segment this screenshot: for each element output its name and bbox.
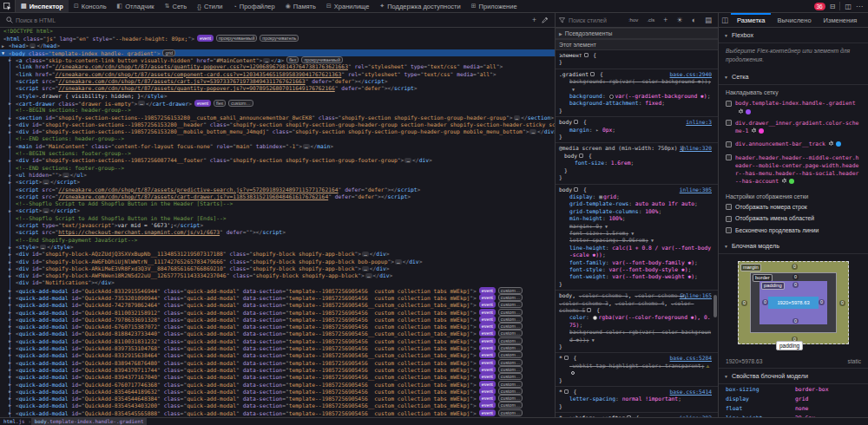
dark-scheme-icon[interactable]: ◐ [689, 16, 699, 24]
toolbox-tab-Отладчик[interactable]: ◧Отладчик [112, 0, 160, 12]
toolbox-tab-Инспектор[interactable]: ▤Инспектор [16, 0, 69, 12]
expand-arrow-icon[interactable]: ▼ [2, 49, 4, 56]
stylesheet-source-link[interactable]: base.css:5284 [670, 355, 712, 361]
property-value[interactable]: 1.6rem [611, 160, 631, 166]
markup-row[interactable]: ▶<quick-add-modal id="QuickAdd-838947687… [0, 359, 555, 366]
node-badge[interactable]: flex [286, 56, 299, 63]
markup-row[interactable]: <div id="Notifications"></div> [0, 279, 555, 286]
property-value[interactable]: normal !important [622, 396, 678, 402]
markup-row[interactable]: <!--Shopflo Script to Add Shopflo Button… [0, 215, 555, 222]
rule-selector[interactable]: body { [559, 153, 713, 160]
event-badge[interactable]: event [479, 388, 496, 395]
css-declaration[interactable]: font-size: 1.5rem;▼ [559, 230, 713, 237]
color-swatch[interactable] [593, 316, 597, 320]
markup-row[interactable]: ▶<cart-drawer class="drawer is-empty">…<… [0, 100, 555, 107]
node-badge[interactable]: custom… [498, 388, 523, 395]
collapsed-ellipsis[interactable]: … [514, 115, 521, 121]
grid-color-dot[interactable] [746, 109, 751, 114]
toolbox-tab-Консоль[interactable]: ⊡Консоль [69, 0, 112, 12]
event-badge[interactable]: event [479, 373, 496, 380]
event-badge[interactable]: event [479, 395, 496, 402]
markup-row[interactable]: <!--END sections: header-group--> [0, 135, 555, 142]
grid-color-dot[interactable] [759, 128, 764, 134]
grid-setting-item[interactable]: Отображать номера строк [719, 201, 868, 213]
css-rule[interactable]: @media screen and (min-width: 750px) {bo… [556, 143, 718, 184]
event-badge[interactable]: event [479, 409, 496, 416]
markup-row[interactable]: <!--BEGIN sections: footer-group--> [0, 150, 555, 157]
meatball-menu-icon[interactable]: ⋯ [856, 3, 863, 10]
css-declaration[interactable]: line-height: calc(1 + 0.8 / var(--font-b… [559, 245, 713, 259]
markup-row[interactable]: ▼<body class="template-index handle- gra… [0, 49, 555, 56]
error-count-badge[interactable]: 36 [814, 3, 825, 10]
markup-row[interactable]: ▶<head>…</head> [0, 42, 555, 49]
toolbox-tab-Профайлер[interactable]: ◔Профайлер [228, 0, 280, 12]
node-badge[interactable]: custom… [498, 373, 523, 380]
event-badge[interactable]: event [194, 100, 211, 107]
property-name[interactable]: font-family [569, 259, 606, 265]
markup-row[interactable]: ▶<quick-add-modal id="QuickAdd-676071538… [0, 323, 555, 330]
property-name[interactable]: letter-spacing [569, 396, 615, 402]
css-declaration[interactable]: font-style: var(--font-body-style ✱); [559, 266, 713, 273]
grid-highlighter-icon[interactable]: ▦ [599, 193, 602, 199]
markup-row[interactable]: <script src="https://checkout-merchant.s… [0, 229, 555, 236]
stylesheet-source-link[interactable]: inline:165 [680, 292, 712, 298]
node-badge[interactable]: custom… [498, 359, 523, 366]
grid-setting-checkbox[interactable] [726, 204, 732, 210]
grid-setting-item[interactable]: Отображать имена областей [719, 212, 868, 225]
css-declaration[interactable]: display: ▦grid; [559, 193, 713, 200]
property-value[interactable]: 0px [602, 127, 612, 133]
box-model-padding-region[interactable]: padding 0 0 0 0 1920×5978.63 [760, 281, 827, 324]
margin-right-value[interactable]: 0 [839, 300, 845, 306]
event-badge[interactable]: event [479, 351, 496, 358]
event-badge[interactable]: event [479, 323, 496, 330]
css-declaration[interactable]: margin: 0;▼ [559, 223, 713, 230]
highlight-selector-icon[interactable] [587, 308, 591, 312]
css-declaration[interactable]: letter-spacing: normal !important; [559, 396, 713, 402]
markup-row[interactable]: <style>.drawer { visibility: hidden; }</… [0, 93, 555, 100]
padding-bottom-value[interactable]: 0 [792, 318, 799, 324]
gear-icon[interactable] [828, 141, 834, 147]
toolbox-tab-Память[interactable]: ◉Память [280, 0, 321, 12]
add-rule-button[interactable]: + [661, 16, 670, 24]
markup-row[interactable]: ▶<quick-add-modal id="QuickAdd-797863369… [0, 316, 555, 323]
event-badge[interactable]: event [479, 309, 496, 316]
responsive-mode-icon[interactable]: ◫ [845, 3, 852, 10]
property-name[interactable]: background [569, 93, 602, 99]
node-badge[interactable]: прокручиваемый [301, 56, 342, 63]
css-declaration[interactable]: background: var(--gradient-background ✱)… [559, 93, 713, 100]
box-model-margin-region[interactable]: margin 0 0 0 0 border 0 padding 0 0 0 0 [738, 261, 849, 344]
property-name[interactable]: margin [569, 223, 589, 229]
sidebar-tab-Изменения[interactable]: Изменения [818, 13, 864, 27]
breadcrumb-item[interactable]: body.template-index.handle-.gradient [31, 418, 148, 425]
property-value[interactable]: var(--gradient-background ✱) [615, 93, 707, 99]
node-badge[interactable]: custom… [498, 287, 523, 294]
markup-row[interactable]: ▶<quick-add-modal id="QuickAdd-835454340… [0, 402, 555, 409]
node-badge[interactable]: custom… [498, 309, 523, 316]
property-name[interactable]: background [569, 78, 602, 84]
grid-setting-checkbox[interactable] [726, 216, 732, 222]
grid-overlay-item[interactable]: div.drawer__inner.gradient.color-scheme-… [719, 117, 868, 139]
border-top-value[interactable]: 0 [792, 274, 799, 280]
node-badge[interactable]: custom… [498, 344, 523, 351]
markup-row[interactable]: ▶<div id="shopify-section-sections--1985… [0, 157, 555, 164]
collapsed-ellipsis[interactable]: … [263, 58, 270, 63]
rule-selector[interactable]: элемент { [559, 52, 713, 59]
markup-row[interactable]: ▶<quick-add-modal id="QuickAdd-835464418… [0, 388, 555, 395]
toolbox-tab-Приложение[interactable]: ⊞Приложение [466, 0, 523, 12]
stylesheet-source-link[interactable]: inline:320 [680, 145, 712, 151]
markup-row[interactable]: <script src="//sneakare.com/cdn/shop/t/8… [0, 85, 555, 92]
collapsed-ellipsis[interactable]: … [30, 43, 36, 49]
markup-row[interactable]: ▶<quick-add-modal id="QuickAdd-811003183… [0, 337, 555, 344]
markup-row[interactable]: ▶<quick-add-modal id="QuickAdd-818842373… [0, 330, 555, 337]
markup-row[interactable]: ▶<quick-add-modal id="QuickAdd-742787986… [0, 301, 555, 308]
flexbox-section-header[interactable]: ▼ Flexbox [719, 28, 868, 43]
css-declaration[interactable]: margin: ▸ 0px; [559, 127, 713, 134]
property-value[interactable]: var(--font-body-weight ✱) [612, 273, 694, 279]
markup-row[interactable]: ▶<section id="shopify-section-sections--… [0, 114, 555, 121]
markup-row[interactable]: <html class="js" lang="en" style="--head… [0, 35, 555, 42]
markup-row[interactable]: <script src="//sneakare.com/cdn/shop/t/8… [0, 186, 555, 193]
collapsed-ellipsis[interactable]: … [303, 144, 310, 149]
css-declaration[interactable]: font-weight: var(--font-body-weight ✱); [559, 273, 713, 280]
collapsed-ellipsis[interactable]: … [404, 158, 411, 163]
markup-row[interactable]: ▶<quick-add-modal id="QuickAdd-833291554… [0, 287, 555, 294]
